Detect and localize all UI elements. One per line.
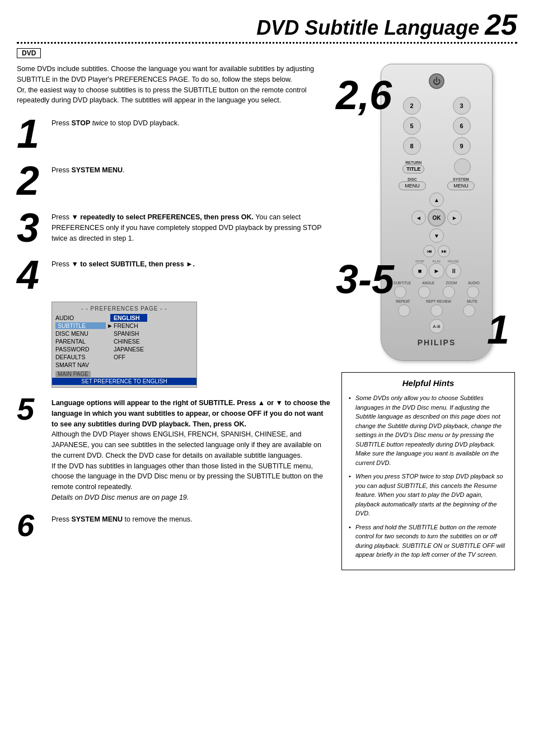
play-button[interactable]: ► <box>429 263 444 279</box>
menu-row-password: PASSWORD <box>52 345 108 353</box>
submenu-column: ENGLISH FRENCH SPANISH CHINESE JAPANESE … <box>110 314 147 369</box>
step-2-text: Press SYSTEM MENU. <box>51 165 330 176</box>
rept-review-button[interactable] <box>430 304 443 317</box>
step-1-bold: STOP <box>71 119 90 127</box>
step-4-content: Press ▼ to select SUBTITLE, then press ►… <box>51 255 330 270</box>
power-button[interactable] <box>429 73 444 89</box>
dvd-badge: DVD <box>17 48 41 58</box>
step-5-bold: Language options will appear to the righ… <box>51 399 330 428</box>
intro-para2: Or, the easiest way to choose subtitles … <box>17 85 330 106</box>
button-3[interactable]: 3 <box>453 97 471 115</box>
menu-label-smartnav: SMART NAV <box>55 361 106 368</box>
menu-row-smartnav: SMART NAV <box>52 361 108 369</box>
hint-1: Some DVDs only allow you to choose Subti… <box>349 393 508 467</box>
step-number-3: 3 <box>17 208 45 248</box>
skip-forward[interactable]: ⏭ <box>438 245 450 257</box>
menu-row-parental: PARENTAL <box>52 337 108 345</box>
intro-para1: Some DVDs include subtitles. Choose the … <box>17 64 330 85</box>
nav-right[interactable]: ► <box>447 210 462 225</box>
system-label: SYSTEM <box>447 177 475 181</box>
big-number-step1: 1 <box>487 309 509 350</box>
helpful-hints-content: Some DVDs only allow you to choose Subti… <box>349 393 508 560</box>
button-8[interactable]: 8 <box>403 137 421 155</box>
page-title: DVD Subtitle Language <box>256 16 479 40</box>
step-number-2: 2 <box>17 161 45 201</box>
audio-button[interactable] <box>467 286 479 298</box>
menu-row-subtitle: SUBTITLE ► <box>52 322 108 330</box>
step-1-italic: twice <box>92 119 108 127</box>
nav-up[interactable]: ▲ <box>429 192 444 207</box>
big-number-top: 2,6 <box>336 75 392 115</box>
step-1-content: Press STOP twice to stop DVD playback. <box>51 114 330 129</box>
title-button[interactable]: TITLE <box>402 165 424 173</box>
step-6: 6 Press SYSTEM MENU to remove the menus. <box>17 510 330 541</box>
subtitle-button[interactable] <box>394 286 406 298</box>
angle-button[interactable] <box>418 286 430 298</box>
big-number-bottom: 3-5 <box>336 259 394 299</box>
menu-row-audio: AUDIO <box>52 314 108 322</box>
nav-left[interactable]: ◄ <box>411 210 426 225</box>
step-1-text: Press STOP twice to stop DVD playback. <box>51 118 330 129</box>
mute-button[interactable] <box>463 304 475 317</box>
helpful-hints-list: Some DVDs only allow you to choose Subti… <box>349 393 508 560</box>
main-content: Some DVDs include subtitles. Choose the … <box>0 58 534 570</box>
menu-inline: AUDIO SUBTITLE ► DISC MENU PARENTAL <box>52 314 196 369</box>
step-3-text: Press ▼ repeatedly to select PREFERENCES… <box>51 212 330 243</box>
header: DVD Subtitle Language 25 <box>0 0 534 40</box>
menu-left-column: AUDIO SUBTITLE ► DISC MENU PARENTAL <box>52 314 108 369</box>
button-6[interactable]: 6 <box>453 117 471 135</box>
angle-label: ANGLE <box>422 281 434 285</box>
menu-label-subtitle: SUBTITLE <box>55 322 106 329</box>
menu-label-parental: PARENTAL <box>55 338 106 345</box>
submenu-english: ENGLISH <box>110 314 147 322</box>
step-5-content: Language options will appear to the righ… <box>51 393 330 503</box>
step-number-6: 6 <box>17 510 45 541</box>
step-2-content: Press SYSTEM MENU. <box>51 161 330 176</box>
hint-2: When you press STOP twice to stop DVD pl… <box>349 472 508 518</box>
menu-main-page-label: MAIN PAGE <box>55 371 91 377</box>
step-2: 2 Press SYSTEM MENU. <box>17 161 330 201</box>
stop-label: STOP <box>412 260 428 263</box>
disc-menu-button[interactable]: MENU <box>399 181 426 190</box>
step-5: 5 Language options will appear to the ri… <box>17 393 330 503</box>
button-2[interactable]: 2 <box>403 97 421 115</box>
ab-button[interactable]: A-B <box>429 319 444 334</box>
menu-set-preference: SET PREFERENCE TO ENGLISH <box>52 378 196 385</box>
subtitle-label: SUBTITLE <box>394 281 411 285</box>
dotted-divider <box>17 42 517 44</box>
helpful-hints-title: Helpful Hints <box>349 378 508 388</box>
step-number-1: 1 <box>17 114 45 154</box>
step-4-wrapper: 4 Press ▼ to select SUBTITLE, then press… <box>17 255 330 388</box>
prefs-menu: - - PREFERENCES PAGE - - AUDIO SUBTITLE … <box>51 302 197 388</box>
button-5[interactable]: 5 <box>403 117 421 135</box>
step-6-bold: SYSTEM MENU <box>71 515 123 523</box>
pause-label: PAUSE <box>446 260 461 263</box>
button-9[interactable]: 9 <box>453 137 471 155</box>
helpful-hints-box: Helpful Hints Some DVDs only allow you t… <box>341 372 515 570</box>
menu-row-defaults: DEFAULTS <box>52 353 108 361</box>
menu-label-audio: AUDIO <box>55 314 106 321</box>
step-5-text: Language options will appear to the righ… <box>51 398 330 503</box>
step-number-4: 4 <box>17 255 45 295</box>
step-number-5: 5 <box>17 393 45 425</box>
remote: 2 3 5 6 8 9 <box>381 64 493 361</box>
submenu-japanese: JAPANESE <box>110 345 147 353</box>
ok-button[interactable]: OK <box>428 209 446 227</box>
step-6-content: Press SYSTEM MENU to remove the menus. <box>51 510 330 525</box>
pause-button[interactable]: ⏸ <box>446 263 461 279</box>
skip-back[interactable]: ⏮ <box>423 245 435 257</box>
system-menu-button[interactable]: MENU <box>447 181 475 190</box>
prefs-menu-title: - - PREFERENCES PAGE - - <box>52 304 196 314</box>
play-label: PLAY <box>429 260 444 263</box>
repeat-label: REPEAT <box>396 299 410 303</box>
rept-review-label: REPT REVIEW <box>426 299 451 303</box>
step-1: 1 Press STOP twice to stop DVD playback. <box>17 114 330 154</box>
brand-label: PHILIPS <box>388 338 485 347</box>
display-button[interactable] <box>454 158 471 175</box>
nav-down[interactable]: ▼ <box>429 228 444 243</box>
zoom-button[interactable] <box>443 286 455 298</box>
repeat-button[interactable] <box>398 304 410 317</box>
stop-button[interactable]: ■ <box>412 263 428 279</box>
menu-label-defaults: DEFAULTS <box>55 354 106 360</box>
step-3: 3 Press ▼ repeatedly to select PREFERENC… <box>17 208 330 248</box>
